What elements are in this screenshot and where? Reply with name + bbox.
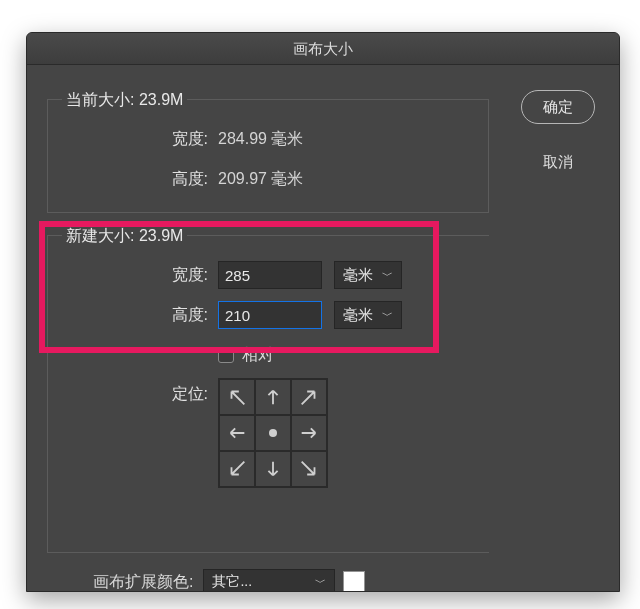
ok-button[interactable]: 确定: [521, 90, 595, 124]
anchor-label: 定位:: [48, 378, 218, 405]
relative-checkbox[interactable]: [218, 347, 234, 363]
current-height-label: 高度:: [48, 169, 218, 190]
anchor-grid: [218, 378, 328, 488]
anchor-n[interactable]: [255, 379, 291, 415]
current-width-label: 宽度:: [48, 129, 218, 150]
current-width-value: 284.99 毫米: [218, 129, 303, 150]
chevron-down-icon: ﹀: [382, 308, 393, 323]
chevron-down-icon: ﹀: [382, 268, 393, 283]
new-size-legend: 新建大小: 23.9M: [62, 226, 187, 247]
cancel-button[interactable]: 取消: [521, 146, 595, 180]
new-height-input[interactable]: [218, 301, 322, 329]
extension-color-select[interactable]: 其它... ﹀: [203, 569, 335, 592]
extension-color-value: 其它...: [212, 573, 252, 591]
width-unit-value: 毫米: [343, 266, 373, 285]
anchor-w[interactable]: [219, 415, 255, 451]
extension-label: 画布扩展颜色:: [93, 572, 193, 593]
width-unit-select[interactable]: 毫米 ﹀: [334, 261, 402, 289]
anchor-s[interactable]: [255, 451, 291, 487]
new-height-label: 高度:: [48, 305, 218, 326]
anchor-e[interactable]: [291, 415, 327, 451]
new-size-legend-prefix: 新建大小:: [66, 227, 139, 244]
anchor-ne[interactable]: [291, 379, 327, 415]
current-height-value: 209.97 毫米: [218, 169, 303, 190]
height-unit-value: 毫米: [343, 306, 373, 325]
anchor-nw[interactable]: [219, 379, 255, 415]
dialog-content: 确定 取消 当前大小: 23.9M 宽度: 284.99 毫米 高度: 209.…: [27, 65, 619, 591]
extension-row: 画布扩展颜色: 其它... ﹀: [47, 569, 489, 592]
anchor-sw[interactable]: [219, 451, 255, 487]
current-size-legend-prefix: 当前大小:: [66, 91, 139, 108]
dialog-title: 画布大小: [27, 33, 619, 65]
new-width-input[interactable]: [218, 261, 322, 289]
chevron-down-icon: ﹀: [315, 575, 326, 590]
relative-label: 相对: [242, 345, 274, 366]
extension-color-swatch[interactable]: [343, 571, 365, 592]
current-size-value: 23.9M: [139, 91, 183, 108]
current-size-legend: 当前大小: 23.9M: [62, 90, 187, 111]
new-size-value: 23.9M: [139, 227, 183, 244]
current-size-group: 当前大小: 23.9M 宽度: 284.99 毫米 高度: 209.97 毫米: [47, 99, 489, 213]
dialog-buttons: 确定 取消: [521, 90, 595, 180]
new-size-group: 新建大小: 23.9M 宽度: 毫米 ﹀ 高度: 毫米 ﹀: [47, 235, 489, 553]
canvas-size-dialog: 画布大小 确定 取消 当前大小: 23.9M 宽度: 284.99 毫米 高度:…: [26, 32, 620, 592]
anchor-center[interactable]: [255, 415, 291, 451]
new-width-label: 宽度:: [48, 265, 218, 286]
anchor-se[interactable]: [291, 451, 327, 487]
height-unit-select[interactable]: 毫米 ﹀: [334, 301, 402, 329]
